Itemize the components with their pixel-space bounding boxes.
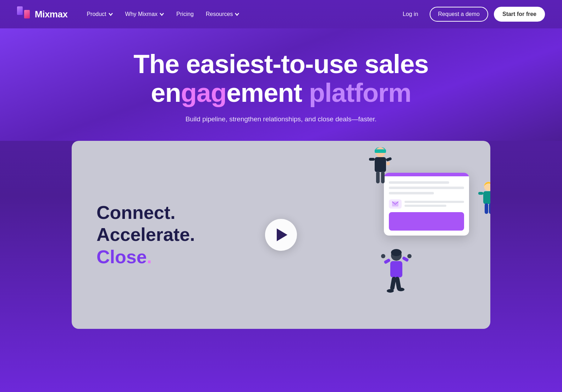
nav-item-resources[interactable]: Resources xyxy=(201,8,244,20)
card-line-3 xyxy=(389,192,434,194)
hero-headline-line1: The easiest-to-use sales xyxy=(133,49,428,79)
svg-rect-1 xyxy=(17,6,23,15)
svg-point-10 xyxy=(386,162,390,165)
svg-rect-20 xyxy=(489,203,490,214)
nav-links: Product Why Mixmax Pricing Resources xyxy=(82,8,397,20)
nav-product-label: Product xyxy=(87,11,106,17)
video-taglines: Connect. Accelerate. Close. xyxy=(97,201,195,268)
person-3-svg xyxy=(380,248,412,305)
tagline-connect: Connect. xyxy=(97,201,195,223)
request-demo-button[interactable]: Request a demo xyxy=(430,7,488,22)
svg-rect-24 xyxy=(384,258,391,264)
tagline-close: Close. xyxy=(97,246,195,268)
eng-suffix: ement xyxy=(226,78,309,107)
svg-rect-11 xyxy=(376,171,380,183)
person-figure-2 xyxy=(476,180,490,224)
hero-headline: The easiest-to-use sales engagement plat… xyxy=(17,50,545,107)
nav-item-why-mixmax[interactable]: Why Mixmax xyxy=(120,8,170,20)
person-figure-3 xyxy=(380,248,412,307)
email-icon xyxy=(392,201,398,206)
video-section: Connect. Accelerate. Close. xyxy=(0,141,562,329)
nav-item-pricing[interactable]: Pricing xyxy=(171,8,199,20)
person-2-svg xyxy=(476,180,490,222)
login-button[interactable]: Log in xyxy=(397,8,424,20)
nav-right: Log in Request a demo Start for free xyxy=(397,7,545,22)
email-line-1 xyxy=(404,201,464,203)
person-figure-1 xyxy=(366,144,395,195)
svg-point-27 xyxy=(407,254,412,258)
chevron-down-icon-2 xyxy=(159,12,164,17)
play-button[interactable] xyxy=(265,219,297,251)
close-word: Close xyxy=(97,247,147,267)
svg-rect-14 xyxy=(483,191,490,204)
navbar: Mixmax Product Why Mixmax Pricing Resour… xyxy=(0,0,562,28)
eng-gag: gag xyxy=(181,78,227,107)
tagline-accelerate: Accelerate. xyxy=(97,224,195,246)
brand-name: Mixmax xyxy=(35,9,67,20)
video-card: Connect. Accelerate. Close. xyxy=(72,141,490,329)
svg-rect-23 xyxy=(390,261,402,277)
illustration-area xyxy=(373,173,480,236)
svg-rect-19 xyxy=(485,203,488,214)
card-line-1 xyxy=(389,181,449,184)
logo[interactable]: Mixmax xyxy=(17,6,67,22)
card-purple-block xyxy=(389,212,464,231)
svg-rect-3 xyxy=(24,10,30,18)
svg-rect-7 xyxy=(375,157,386,172)
close-dot: . xyxy=(147,247,152,267)
svg-point-31 xyxy=(397,288,404,291)
chevron-down-icon xyxy=(108,12,113,17)
email-line-2 xyxy=(404,205,446,207)
nav-pricing-label: Pricing xyxy=(176,11,194,17)
play-icon xyxy=(277,228,287,241)
nav-resources-label: Resources xyxy=(206,11,233,17)
card-content xyxy=(384,176,469,236)
person-1-svg xyxy=(366,144,395,194)
svg-rect-12 xyxy=(381,171,385,183)
svg-point-30 xyxy=(387,289,394,293)
svg-rect-9 xyxy=(386,157,392,161)
start-free-button[interactable]: Start for free xyxy=(494,7,545,22)
card-line-2 xyxy=(389,187,464,189)
svg-point-22 xyxy=(391,249,402,256)
nav-why-label: Why Mixmax xyxy=(125,11,158,17)
email-icon-box xyxy=(389,199,402,209)
logo-icon xyxy=(17,6,31,22)
svg-rect-8 xyxy=(369,158,375,161)
platform-word: platform xyxy=(309,78,411,107)
svg-rect-6 xyxy=(375,149,386,153)
svg-point-26 xyxy=(381,254,385,258)
eng-prefix: en xyxy=(151,78,181,107)
svg-rect-15 xyxy=(478,192,483,195)
email-text-lines xyxy=(404,201,464,207)
nav-item-product[interactable]: Product xyxy=(82,8,118,20)
hero-section: The easiest-to-use sales engagement plat… xyxy=(0,28,562,141)
card-email-row xyxy=(389,199,464,209)
chevron-down-icon-3 xyxy=(235,12,239,17)
hero-subtitle: Build pipeline, strengthen relationships… xyxy=(17,115,545,123)
card-header-bar xyxy=(384,173,469,176)
ui-mockup-card xyxy=(384,173,469,236)
